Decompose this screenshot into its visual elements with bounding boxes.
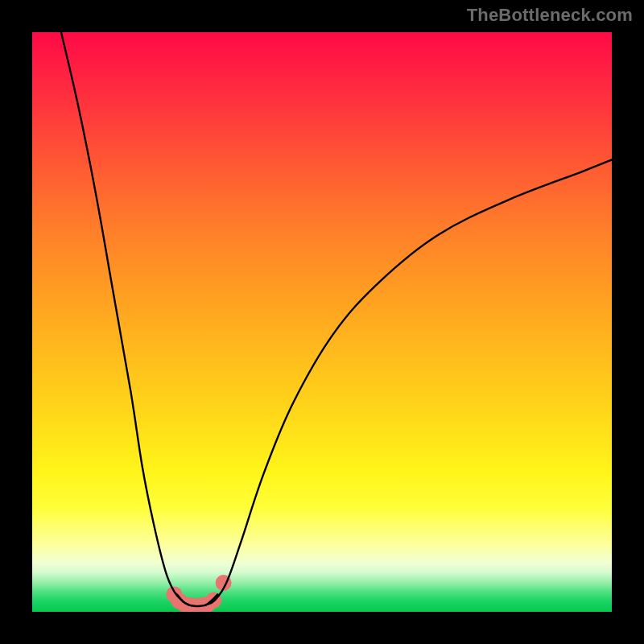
watermark-text: TheBottleneck.com (467, 5, 633, 26)
chart-frame: TheBottleneck.com (0, 0, 644, 644)
bottleneck-curve-svg (32, 32, 612, 612)
curve-right-branch (206, 159, 612, 605)
curve-left-branch (61, 32, 188, 605)
plot-area (32, 32, 612, 612)
